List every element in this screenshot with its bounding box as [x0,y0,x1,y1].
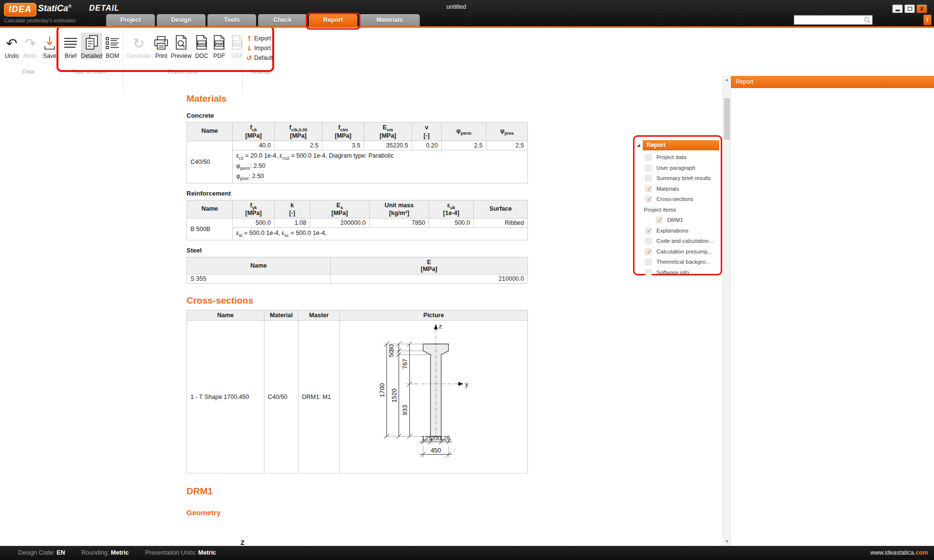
check-item-materials[interactable]: ✓Materials [635,184,721,195]
reinforcement-name: B 500B [187,218,233,240]
check-item-summary-brief-results[interactable]: Summary brief results [635,173,721,184]
design-code: Design Code: EN [18,549,65,556]
checkbox[interactable] [645,165,652,171]
drm1-heading: DRM1 [187,486,527,497]
search-input[interactable] [794,17,862,24]
vertical-scrollbar[interactable]: ▲ ▼ [723,76,730,546]
presentation-units: Presentation Units: Metric [145,549,216,556]
save-button[interactable]: Save [41,33,58,59]
cross-sections-heading: Cross-sections [187,295,527,306]
print-button[interactable]: Print [153,33,169,59]
group-label-type-of-report: Type of report [56,69,123,74]
import-button[interactable]: ↓ Import [246,43,271,53]
info-button[interactable]: i [923,15,932,25]
steel-values-row: S 355 210000.0 [187,274,528,284]
reinforcement-label: Reinforcement [187,190,527,197]
tab-project[interactable]: Project [106,14,155,26]
group-label-data: Data [0,69,56,74]
close-icon: X [920,6,923,12]
default-button[interactable]: ↺ Default [246,53,273,62]
cross-section-master: DRM1: M1 [299,321,340,473]
checkbox[interactable] [645,175,652,181]
preview-button[interactable]: Preview [170,33,192,59]
check-item-calculation-presumptions[interactable]: ✓Calculation presump... [635,247,721,257]
redo-icon: ↷ [24,36,36,51]
tab-report[interactable]: Report [309,14,357,26]
concrete-header-row: Name fck[MPa] fctk,0.05[MPa] fctm[MPa] E… [187,123,528,141]
tab-check[interactable]: Check [258,14,307,26]
svg-text:125: 125 [440,434,450,442]
export-icon: ↑ [246,35,254,42]
concrete-detail-row: εc2 = 20.0 1e-4, εcu2 = 500.0 1e-4, Diag… [187,150,528,183]
brief-icon [63,36,78,51]
statica-logo-text: StatiCa® [38,3,72,14]
close-button[interactable]: X [916,4,927,13]
t-section-drawing: z y [343,322,531,470]
cross-sections-header-row: Name Material Master Picture [187,310,528,321]
checkbox[interactable] [645,238,652,244]
checkbox[interactable] [645,259,652,265]
module-name: DETAIL [89,4,120,13]
preview-icon [173,35,189,51]
pdf-file-icon: PDF [211,35,227,51]
pdf-export-button[interactable]: PDF PDF [210,33,228,59]
detailed-button[interactable]: Detailed [81,33,102,59]
check-item-code-and-calculation[interactable]: Code and calculation... [635,236,721,247]
status-bar: Design Code: EN Rounding: Metric Present… [0,546,934,560]
check-item-software-info[interactable]: Software info [635,268,721,278]
check-icon: ✓ [647,226,652,236]
brief-button[interactable]: Brief [61,33,80,59]
check-item-drm1[interactable]: ✓DRM1 [635,215,721,226]
scrollbar-thumb[interactable] [724,98,730,140]
check-group-project-items: Project items [635,205,721,216]
main-area: Materials Concrete Name fck[MPa] fctk,0.… [0,76,934,546]
idea-logo: IDEA [4,3,37,17]
geometry-heading: Geometry [187,508,527,517]
materials-heading: Materials [187,76,527,104]
maximize-icon [908,7,912,11]
check-item-cross-sections[interactable]: ✓Cross-sections [635,194,721,205]
concrete-values-row: C40/50 40.0 2.5 3.5 35220.5 0.20 2.5 2.5 [187,141,528,150]
reinforcement-values-row: B 500B 500.0 1.08 200000.0 7850 500.0 Ri… [187,218,528,228]
generate-icon: ↻ [133,36,144,51]
check-item-project-data[interactable]: Project data [635,152,721,163]
rounding: Rounding: Metric [81,549,129,556]
tab-materials[interactable]: Materials [359,14,420,26]
check-item-user-paragraph[interactable]: User paragraph [635,163,721,174]
right-panel: Report [730,76,934,546]
reinforcement-header-row: Name fyk[MPa] k[-] Es[MPa] Unit mass[kg/… [187,200,528,218]
minimize-button[interactable] [892,4,903,13]
minimize-icon [896,10,900,11]
doc-export-button[interactable]: DOC DOC [193,33,210,59]
check-icon: ✓ [647,194,652,205]
checkbox[interactable] [645,270,652,276]
svg-text:DXF: DXF [234,42,241,46]
generate-button[interactable]: ↻ Generate [126,33,152,59]
concrete-name: C40/50 [187,141,233,183]
tagline: Calculate yesterday's estimates [4,18,75,23]
redo-button[interactable]: ↷ Redo [21,33,39,59]
bom-button[interactable]: BOM [103,33,122,59]
doc-file-icon: DOC [194,35,209,51]
checkbox[interactable] [645,154,652,161]
dxf-export-button[interactable]: DXF DXF [229,33,245,59]
reinforcement-table: Name fyk[MPa] k[-] Es[MPa] Unit mass[kg/… [187,200,528,241]
search-box[interactable] [794,15,873,25]
undo-button[interactable]: ↶ Undo [3,33,20,59]
check-item-theoretical-background[interactable]: Theoretical backgro... [635,257,721,268]
tab-design[interactable]: Design [157,14,205,26]
report-document: Materials Concrete Name fck[MPa] fctk,0.… [0,76,723,546]
svg-text:450: 450 [430,447,441,454]
svg-text:933: 933 [401,405,409,415]
svg-text:PDF: PDF [216,42,223,46]
expander-icon[interactable]: ◢ [636,143,643,147]
tab-tools[interactable]: Tools [207,14,256,26]
detailed-icon [84,35,99,51]
check-item-explanations[interactable]: ✓Explanations [635,226,721,236]
website-link[interactable]: www.ideastatica.com [870,546,928,560]
scroll-down-button[interactable]: ▼ [723,538,731,546]
scroll-up-button[interactable]: ▲ [723,76,731,84]
maximize-button[interactable] [904,4,915,13]
export-button[interactable]: ↑ Export [246,34,271,43]
report-items-header[interactable]: Report [643,140,719,150]
